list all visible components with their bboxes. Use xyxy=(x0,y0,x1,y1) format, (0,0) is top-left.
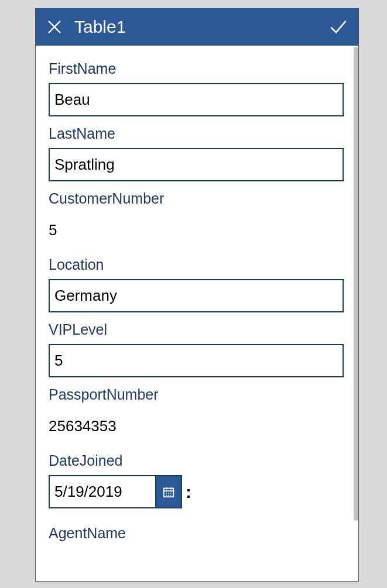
svg-point-9 xyxy=(166,494,167,496)
viplevel-label: VIPLevel xyxy=(49,321,345,338)
firstname-input[interactable]: Beau xyxy=(49,83,344,116)
field-datejoined: DateJoined 5/19/2019 xyxy=(49,452,345,508)
field-lastname: LastName Spratling xyxy=(49,125,345,181)
datejoined-row: 5/19/2019 xyxy=(49,475,345,508)
accept-icon[interactable] xyxy=(329,18,348,36)
field-passportnumber: PassportNumber 25634353 xyxy=(49,386,345,443)
location-label: Location xyxy=(49,256,345,273)
location-input[interactable]: Germany xyxy=(49,279,344,312)
form-body: FirstName Beau LastName Spratling Custom… xyxy=(36,46,358,581)
field-location: Location Germany xyxy=(49,256,345,312)
lastname-input[interactable]: Spratling xyxy=(49,148,344,181)
form-fields: FirstName Beau LastName Spratling Custom… xyxy=(36,46,358,542)
field-firstname: FirstName Beau xyxy=(49,60,345,116)
time-separator: : xyxy=(186,482,191,502)
form-header: Table1 xyxy=(36,8,358,46)
datejoined-input[interactable]: 5/19/2019 xyxy=(49,475,155,508)
agentname-label: AgentName xyxy=(49,525,345,542)
svg-point-8 xyxy=(170,492,172,493)
passportnumber-value: 25634353 xyxy=(49,409,345,443)
svg-point-6 xyxy=(166,492,167,493)
scrollbar-track[interactable] xyxy=(354,46,358,581)
svg-point-10 xyxy=(168,494,169,496)
edit-form-screen: Table1 FirstName Beau LastName Spratling… xyxy=(35,8,359,582)
customernumber-value: 5 xyxy=(49,213,345,247)
datejoined-label: DateJoined xyxy=(49,452,345,469)
customernumber-label: CustomerNumber xyxy=(49,190,345,207)
calendar-button[interactable] xyxy=(155,475,182,508)
scrollbar-thumb[interactable] xyxy=(354,47,358,521)
calendar-icon xyxy=(162,486,175,498)
svg-point-7 xyxy=(168,492,169,493)
lastname-label: LastName xyxy=(49,125,345,142)
form-title: Table1 xyxy=(74,17,329,37)
field-customernumber: CustomerNumber 5 xyxy=(49,190,345,247)
field-viplevel: VIPLevel 5 xyxy=(49,321,345,377)
passportnumber-label: PassportNumber xyxy=(49,386,345,403)
viplevel-input[interactable]: 5 xyxy=(49,344,344,377)
svg-point-11 xyxy=(170,494,172,496)
close-icon[interactable] xyxy=(46,19,63,35)
firstname-label: FirstName xyxy=(49,60,345,77)
